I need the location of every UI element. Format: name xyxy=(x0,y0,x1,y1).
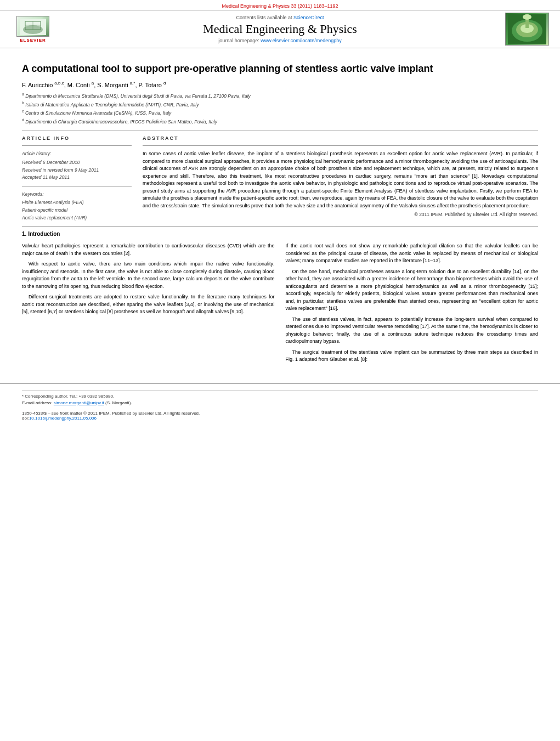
homepage-link[interactable]: www.elsevier.com/locate/medengphy xyxy=(261,38,342,43)
keywords-title: Keywords: xyxy=(22,191,132,199)
keywords-section: Keywords: Finite Element Analysis (FEA) … xyxy=(22,191,132,222)
journal-ref-line: Medical Engineering & Physics 33 (2011) … xyxy=(0,0,560,10)
elsevier-logo: ELSEVIER xyxy=(11,15,55,43)
accepted-date: Accepted 11 May 2011 xyxy=(22,174,132,182)
elsevier-logo-image xyxy=(16,16,49,37)
body-columns: Valvular heart pathologies represent a r… xyxy=(22,242,538,367)
doi-link[interactable]: 10.1016/j.medengphy.2011.05.006 xyxy=(29,416,97,421)
doi-line: doi:10.1016/j.medengphy.2011.05.006 xyxy=(22,416,200,421)
journal-title-center: Contents lists available at ScienceDirec… xyxy=(55,15,505,43)
affiliation-c: c Centro di Simulazione Numerica Avanzat… xyxy=(22,109,538,117)
page-footer: * Corresponding author. Tel.: +39 0382 9… xyxy=(0,383,560,425)
footnote-star: * Corresponding author. Tel.: +39 0382 9… xyxy=(22,393,538,400)
affiliation-b: b Istituto di Matematica Applicata e Tec… xyxy=(22,100,538,109)
body-right-col: If the aortic root wall does not show an… xyxy=(286,242,539,367)
email-line: E-mail address: simone.morganti@unipv.it… xyxy=(22,400,538,406)
authors-line: F. Auricchio a,b,c, M. Conti a, S. Morga… xyxy=(22,81,538,88)
body-left-col: Valvular heart pathologies represent a r… xyxy=(22,242,275,367)
journal-citation: Medical Engineering & Physics 33 (2011) … xyxy=(222,3,338,9)
svg-point-10 xyxy=(523,14,531,20)
body-para-r3: The use of stentless valves, in fact, ap… xyxy=(286,316,539,346)
contents-available-line: Contents lists available at ScienceDirec… xyxy=(66,15,494,20)
main-content: A computational tool to support pre-oper… xyxy=(0,48,560,372)
journal-banner: ELSEVIER Contents lists available at Sci… xyxy=(0,10,560,48)
article-info-left: ARTICLE INFO Article history: Received 6… xyxy=(22,135,132,222)
article-title: A computational tool to support pre-oper… xyxy=(22,63,538,75)
body-para-3: Different surgical treatments are adopte… xyxy=(22,293,275,316)
divider-1 xyxy=(22,131,538,131)
abstract-label: ABSTRACT xyxy=(143,135,538,141)
affiliation-d: d Dipartimento di Chirurgia Cardiothorac… xyxy=(22,117,538,126)
body-para-2: With respect to aortic valve, there are … xyxy=(22,261,275,290)
received-date: Received 6 December 2010 xyxy=(22,159,132,167)
issn-line: 1350-4533/$ – see front matter © 2011 IP… xyxy=(22,411,200,416)
body-para-r4: The surgical treatment of the stentless … xyxy=(286,349,539,364)
footer-bar: 1350-4533/$ – see front matter © 2011 IP… xyxy=(22,411,538,421)
page: Medical Engineering & Physics 33 (2011) … xyxy=(0,0,560,741)
article-abstract: ABSTRACT In some cases of aortic valve l… xyxy=(143,135,538,222)
keyword-3: Aortic valve replacement (AVR) xyxy=(22,214,132,222)
body-para-1: Valvular heart pathologies represent a r… xyxy=(22,242,275,257)
footer-left: 1350-4533/$ – see front matter © 2011 IP… xyxy=(22,411,200,421)
email-link[interactable]: simone.morganti@unipv.it xyxy=(54,400,104,405)
elsevier-text: ELSEVIER xyxy=(20,38,46,43)
divider-info xyxy=(22,145,132,146)
history-title: Article history: xyxy=(22,150,132,158)
section1-heading: 1. Introduction xyxy=(22,231,538,237)
body-para-r2: On the one hand, mechanical prostheses a… xyxy=(286,268,539,313)
keyword-2: Patient-specific model xyxy=(22,207,132,214)
divider-kw xyxy=(22,186,132,186)
homepage-line: journal homepage: www.elsevier.com/locat… xyxy=(66,38,494,43)
body-para-r1: If the aortic root wall does not show an… xyxy=(286,242,539,265)
affiliations: a Dipartimento di Meccanica Strutturale … xyxy=(22,92,538,125)
article-info-row: ARTICLE INFO Article history: Received 6… xyxy=(22,135,538,222)
copyright-line: © 2011 IPEM. Published by Elsevier Ltd. … xyxy=(143,212,538,217)
article-history: Article history: Received 6 December 201… xyxy=(22,150,132,181)
sciencedirect-link[interactable]: ScienceDirect xyxy=(293,15,324,20)
divider-2 xyxy=(22,226,538,227)
divider-abstract xyxy=(143,145,538,146)
keyword-1: Finite Element Analysis (FEA) xyxy=(22,199,132,207)
abstract-text: In some cases of aortic valve leaflet di… xyxy=(143,150,538,210)
revised-date: Received in revised form 9 May 2011 xyxy=(22,167,132,174)
article-info-label: ARTICLE INFO xyxy=(22,135,132,141)
main-journal-title: Medical Engineering & Physics xyxy=(66,22,494,36)
footer-divider xyxy=(22,391,538,391)
footnote-area: * Corresponding author. Tel.: +39 0382 9… xyxy=(22,393,538,406)
affiliation-a: a Dipartimento di Meccanica Strutturale … xyxy=(22,92,538,100)
journal-logo-right xyxy=(505,13,549,46)
